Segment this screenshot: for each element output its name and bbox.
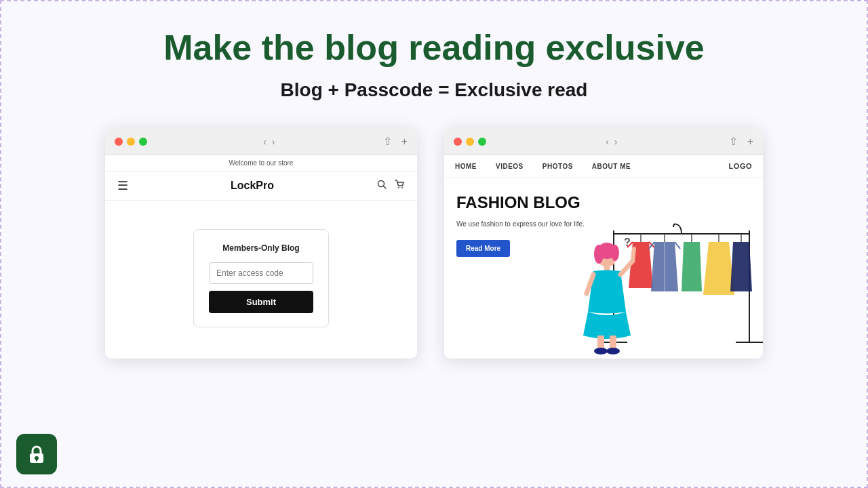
submit-button[interactable]: Submit [209,291,313,313]
svg-point-28 [594,348,608,354]
left-browser-body: Welcome to our store ☰ LockPro [105,155,417,356]
access-code-input[interactable] [209,262,313,284]
svg-line-1 [384,186,387,189]
nav-forward-right[interactable]: › [614,136,618,147]
store-banner: Welcome to our store [105,155,417,171]
store-nav-icons [376,179,405,192]
browser-dots-left [115,138,147,146]
passcode-card: Members-Only Blog Submit [193,229,329,327]
nav-photos[interactable]: PHOTOS [542,163,573,170]
nav-videos[interactable]: VIDEOS [496,163,524,170]
left-browser-chrome: ‹ › ⇧ + [105,128,417,155]
store-nav: ☰ LockPro [105,171,417,201]
dot-red-left [115,138,123,146]
svg-point-2 [398,187,399,188]
main-headline: Make the blog reading exclusive [163,28,705,67]
hamburger-icon[interactable]: ☰ [117,178,128,193]
svg-line-24 [633,249,634,261]
lock-icon [24,442,49,466]
svg-text:?: ? [624,237,631,248]
dot-yellow-right [466,138,474,146]
share-icon-left[interactable]: ⇧ [383,135,392,148]
store-logo: LockPro [128,180,376,192]
passcode-card-title: Members-Only Blog [209,243,313,253]
dot-green-left [139,138,147,146]
fashion-nav-logo: LOGO [729,162,752,170]
cart-icon[interactable] [394,179,405,192]
search-icon[interactable] [376,179,387,192]
browser-dots-right [454,138,486,146]
browser-nav-left: ‹ › [263,136,275,147]
nav-home[interactable]: HOME [455,163,477,170]
dot-green-right [478,138,486,146]
nav-back-right[interactable]: ‹ [606,136,609,147]
nav-forward-left[interactable]: › [272,136,275,147]
passcode-section: Members-Only Blog Submit [105,201,417,356]
right-browser-chrome: ‹ › ⇧ + [444,128,763,155]
nav-back-left[interactable]: ‹ [263,136,267,147]
fashion-illustration: ? [573,193,763,356]
svg-point-20 [594,245,604,264]
browser-actions-left: ⇧ + [383,135,408,148]
svg-point-3 [401,187,403,188]
svg-point-21 [611,245,619,261]
app-icon[interactable] [16,434,57,474]
fashion-body: FASHION BLOG We use fashion to express o… [444,178,763,356]
read-more-button[interactable]: Read More [456,240,510,257]
left-browser-window: ‹ › ⇧ + Welcome to our store ☰ LockPro [105,128,417,359]
browser-nav-right: ‹ › [606,136,617,147]
browsers-row: ‹ › ⇧ + Welcome to our store ☰ LockPro [42,128,826,359]
svg-point-29 [606,348,620,354]
nav-about[interactable]: ABOUT ME [592,163,631,170]
browser-actions-right: ⇧ + [729,135,753,148]
dot-red-right [454,138,462,146]
add-tab-icon-left[interactable]: + [401,136,408,148]
svg-line-14 [675,242,680,249]
right-browser-body: HOME VIDEOS PHOTOS ABOUT ME LOGO FASHION… [444,155,763,356]
dot-yellow-left [127,138,135,146]
add-tab-icon-right[interactable]: + [747,136,753,148]
main-container: Make the blog reading exclusive Blog + P… [1,1,867,487]
share-icon-right[interactable]: ⇧ [729,135,738,148]
right-browser-window: ‹ › ⇧ + HOME VIDEOS PHOTOS ABOUT ME LOGO [444,128,763,359]
fashion-nav: HOME VIDEOS PHOTOS ABOUT ME LOGO [444,155,763,178]
subheadline: Blog + Passcode = Exclusive read [281,79,588,101]
